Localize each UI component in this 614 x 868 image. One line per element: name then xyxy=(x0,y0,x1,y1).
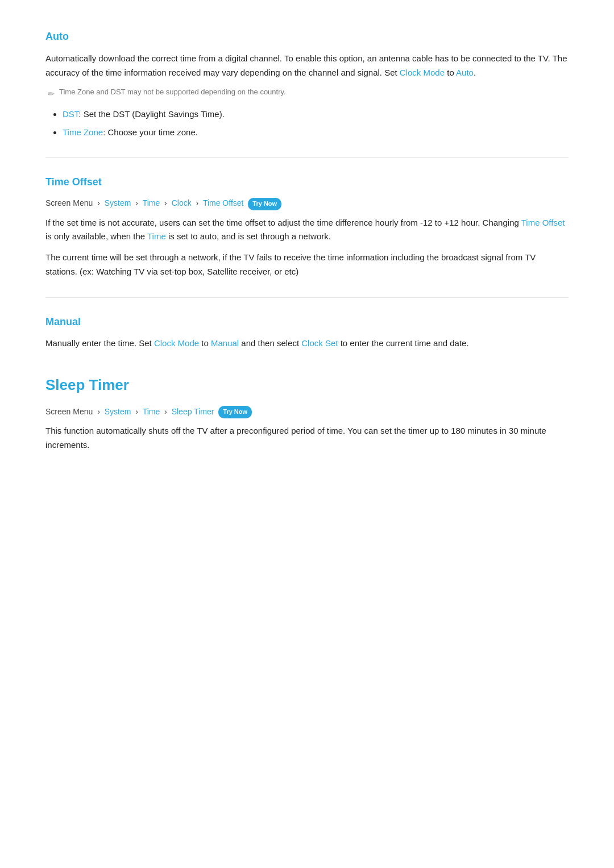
breadcrumb-time[interactable]: Time xyxy=(143,198,160,207)
breadcrumb-time-offset[interactable]: Time Offset xyxy=(203,198,244,207)
sleep-timer-breadcrumb: Screen Menu › System › Time › Sleep Time… xyxy=(45,405,569,418)
try-now-badge-time-offset[interactable]: Try Now xyxy=(248,198,281,210)
breadcrumb-clock[interactable]: Clock xyxy=(172,198,192,207)
time-offset-time-link[interactable]: Time xyxy=(147,231,166,241)
auto-body1: Automatically download the correct time … xyxy=(45,52,569,80)
time-offset-body1-text3: is set to auto, and is set through a net… xyxy=(166,231,331,241)
time-offset-body1: If the set time is not accurate, users c… xyxy=(45,216,569,244)
manual-body1: Manually enter the time. Set Clock Mode … xyxy=(45,337,569,351)
manual-body1-text3: and then select xyxy=(239,338,301,348)
breadcrumb-sep2: › xyxy=(135,198,138,207)
auto-section: Auto Automatically download the correct … xyxy=(45,28,569,139)
manual-body1-text2: to xyxy=(199,338,211,348)
timezone-text: : Choose your time zone. xyxy=(103,127,198,137)
breadcrumb-screen-menu: Screen Menu xyxy=(45,198,93,207)
dst-text: : Set the DST (Daylight Savings Time). xyxy=(78,109,225,119)
breadcrumb-sep4: › xyxy=(196,198,199,207)
auto-note-row: ✏ Time Zone and DST may not be supported… xyxy=(48,86,569,100)
sleep-breadcrumb-time[interactable]: Time xyxy=(143,407,160,416)
auto-auto-link[interactable]: Auto xyxy=(456,68,474,77)
auto-title: Auto xyxy=(45,28,569,45)
auto-body1-text3: . xyxy=(474,68,476,77)
manual-title: Manual xyxy=(45,314,569,330)
sleep-timer-body1: This function automatically shuts off th… xyxy=(45,424,569,452)
sleep-breadcrumb-sleep-timer[interactable]: Sleep Timer xyxy=(172,407,214,416)
auto-clock-mode-link[interactable]: Clock Mode xyxy=(400,68,445,77)
time-offset-breadcrumb: Screen Menu › System › Time › Clock › Ti… xyxy=(45,197,569,210)
sleep-timer-title: Sleep Timer xyxy=(45,373,569,397)
bullet-dst: DST: Set the DST (Daylight Savings Time)… xyxy=(63,107,569,121)
manual-body1-text1: Manually enter the time. Set xyxy=(45,338,154,348)
breadcrumb-system[interactable]: System xyxy=(105,198,131,207)
sleep-breadcrumb-sep1: › xyxy=(97,407,100,416)
sleep-breadcrumb-sep2: › xyxy=(135,407,138,416)
bullet-timezone: Time Zone: Choose your time zone. xyxy=(63,126,569,139)
time-offset-body1-text2: is only available, when the xyxy=(45,231,147,241)
auto-body1-text2: to xyxy=(445,68,456,77)
manual-manual-link[interactable]: Manual xyxy=(211,338,239,348)
auto-note-text: Time Zone and DST may not be supported d… xyxy=(59,86,286,98)
sleep-breadcrumb-screen-menu: Screen Menu xyxy=(45,407,93,416)
manual-clock-set-link[interactable]: Clock Set xyxy=(301,338,338,348)
sleep-breadcrumb-sep3: › xyxy=(164,407,167,416)
sleep-timer-section: Sleep Timer Screen Menu › System › Time … xyxy=(45,373,569,452)
auto-bullet-list: DST: Set the DST (Daylight Savings Time)… xyxy=(63,107,569,139)
manual-section: Manual Manually enter the time. Set Cloc… xyxy=(45,314,569,351)
time-offset-body2: The current time will be set through a n… xyxy=(45,251,569,279)
timezone-link[interactable]: Time Zone xyxy=(63,127,103,137)
sleep-breadcrumb-system[interactable]: System xyxy=(105,407,131,416)
auto-body1-text1: Automatically download the correct time … xyxy=(45,53,567,77)
pencil-icon: ✏ xyxy=(48,88,55,100)
time-offset-body1-text1: If the set time is not accurate, users c… xyxy=(45,218,521,227)
manual-body1-text4: to enter the current time and date. xyxy=(338,338,468,348)
dst-link[interactable]: DST xyxy=(63,109,78,119)
breadcrumb-sep1: › xyxy=(97,198,100,207)
divider-2 xyxy=(45,297,569,298)
time-offset-title: Time Offset xyxy=(45,174,569,190)
time-offset-link1[interactable]: Time Offset xyxy=(521,218,565,227)
manual-clock-mode-link[interactable]: Clock Mode xyxy=(154,338,199,348)
try-now-badge-sleep-timer[interactable]: Try Now xyxy=(218,406,252,418)
time-offset-section: Time Offset Screen Menu › System › Time … xyxy=(45,174,569,279)
divider-1 xyxy=(45,157,569,158)
breadcrumb-sep3: › xyxy=(164,198,167,207)
